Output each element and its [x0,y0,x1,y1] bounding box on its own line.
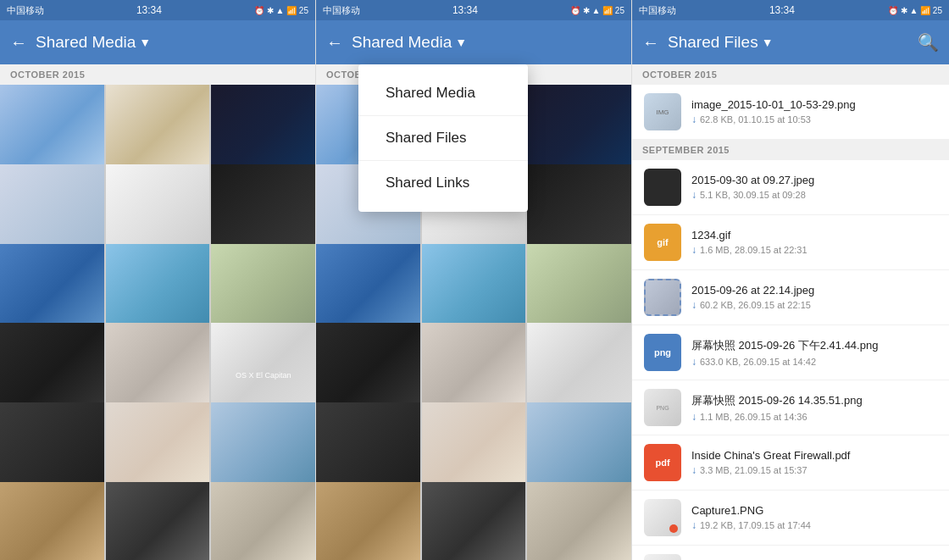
file-info-5: 屏幕快照 2015-09-26 下午2.41.44.png ↓ 633.0 KB… [691,338,937,368]
file-meta-arrow-1: ↓ [691,114,696,125]
right-status-bar: 中国移动 13:34 ⏰ ✱ ▲ 📶 25 [632,0,949,20]
left-panel: 中国移动 13:34 ⏰ ✱ ▲ 📶 25 ← Shared Media ▼ O… [0,0,316,560]
middle-panel: 中国移动 13:34 ⏰ ✱ ▲ 📶 25 ← Shared Media ▼ O… [316,0,632,560]
section-header-september: SEPTEMBER 2015 [632,140,949,160]
file-size-8: 19.2 KB, 17.09.15 at 17:44 [700,520,811,530]
dropdown-item-shared-media[interactable]: Shared Media [358,71,528,116]
file-name-1: image_2015-10-01_10-53-29.png [691,98,937,111]
file-meta-8: ↓ 19.2 KB, 17.09.15 at 17:44 [691,519,937,531]
left-back-button[interactable]: ← [10,33,27,53]
file-info-3: 1234.gif ↓ 1.6 MB, 28.09.15 at 22:31 [691,229,937,256]
file-icon-image-2 [644,169,681,206]
file-info-4: 2015-09-26 at 22.14.jpeg ↓ 60.2 KB, 26.0… [691,284,937,311]
file-icon-pdf: pdf [644,444,681,481]
left-media-grid: OS X El Capitan [0,85,315,560]
middle-status-bar: 中国移动 13:34 ⏰ ✱ ▲ 📶 25 [316,0,631,20]
file-item-1[interactable]: IMG image_2015-10-01_10-53-29.png ↓ 62.8… [632,85,949,140]
file-item-4[interactable]: 2015-09-26 at 22.14.jpeg ↓ 60.2 KB, 26.0… [632,270,949,325]
middle-dropdown-caret[interactable]: ▼ [455,36,467,49]
right-title[interactable]: Shared Files ▼ [668,33,909,52]
left-status-bar: 中国移动 13:34 ⏰ ✱ ▲ 📶 25 [0,0,315,20]
section-header-october: OCTOBER 2015 [632,64,949,85]
right-back-button[interactable]: ← [642,33,659,53]
file-name-3: 1234.gif [691,229,937,241]
middle-title-text: Shared Media [352,33,452,52]
file-size-3: 1.6 MB, 28.09.15 at 22:31 [700,245,807,255]
file-info-8: Capture1.PNG ↓ 19.2 KB, 17.09.15 at 17:4… [691,504,937,531]
file-meta-arrow-8: ↓ [691,519,696,531]
file-meta-6: ↓ 1.1 MB, 26.09.15 at 14:36 [691,411,937,423]
files-list: OCTOBER 2015 IMG image_2015-10-01_10-53-… [632,64,949,560]
left-title[interactable]: Shared Media ▼ [36,33,305,52]
file-icon-image-9 [644,554,681,560]
file-size-2: 5.1 KB, 30.09.15 at 09:28 [700,190,806,200]
mid-thumb-16[interactable] [316,482,420,560]
file-name-8: Capture1.PNG [691,504,937,517]
file-size-1: 62.8 KB, 01.10.15 at 10:53 [700,114,811,125]
file-meta-arrow-7: ↓ [691,464,696,476]
dropdown-item-shared-links[interactable]: Shared Links [358,161,528,205]
middle-status-icons: ⏰ ✱ ▲ 📶 25 [570,6,624,15]
middle-back-button[interactable]: ← [326,33,343,53]
left-dropdown-caret[interactable]: ▼ [139,36,151,49]
file-icon-image-6: PNG [644,389,681,426]
middle-title[interactable]: Shared Media ▼ [352,33,621,52]
file-info-2: 2015-09-30 at 09.27.jpeg ↓ 5.1 KB, 30.09… [691,174,937,201]
middle-time: 13:34 [452,4,478,16]
left-status-icons: ⏰ ✱ ▲ 📶 25 [254,6,308,15]
file-item-2[interactable]: 2015-09-30 at 09.27.jpeg ↓ 5.1 KB, 30.09… [632,160,949,215]
file-meta-arrow-3: ↓ [691,244,696,256]
right-dropdown-caret[interactable]: ▼ [762,36,774,49]
file-icon-png-1: png [644,334,681,371]
left-title-text: Shared Media [36,33,136,52]
file-size-4: 60.2 KB, 26.09.15 at 22:15 [700,300,811,310]
file-meta-1: ↓ 62.8 KB, 01.10.15 at 10:53 [691,114,937,125]
media-thumb-18[interactable] [211,482,315,560]
right-app-bar: ← Shared Files ▼ 🔍 [632,20,949,64]
file-meta-arrow-6: ↓ [691,411,696,423]
file-meta-4: ↓ 60.2 KB, 26.09.15 at 22:15 [691,299,937,311]
file-meta-2: ↓ 5.1 KB, 30.09.15 at 09:28 [691,189,937,201]
middle-app-bar: ← Shared Media ▼ [316,20,631,64]
right-panel: 中国移动 13:34 ⏰ ✱ ▲ 📶 25 ← Shared Files ▼ 🔍… [632,0,949,560]
file-size-7: 3.3 MB, 21.09.15 at 15:37 [700,465,807,475]
file-meta-3: ↓ 1.6 MB, 28.09.15 at 22:31 [691,244,937,256]
right-title-text: Shared Files [668,33,758,52]
shared-media-dropdown: Shared Media Shared Files Shared Links [358,64,528,212]
file-meta-arrow-5: ↓ [691,356,696,368]
file-icon-image-8 [644,499,681,536]
file-icon-image-1: IMG [644,93,681,130]
mid-thumb-18[interactable] [527,482,631,560]
file-name-4: 2015-09-26 at 22.14.jpeg [691,284,937,297]
file-name-7: Inside China's Great Firewall.pdf [691,449,937,462]
file-info-1: image_2015-10-01_10-53-29.png ↓ 62.8 KB,… [691,98,937,125]
file-item-6[interactable]: PNG 屏幕快照 2015-09-26 14.35.51.png ↓ 1.1 M… [632,380,949,435]
media-thumb-16[interactable] [0,482,104,560]
left-carrier: 中国移动 [7,4,44,17]
right-carrier: 中国移动 [639,4,676,17]
file-name-6: 屏幕快照 2015-09-26 14.35.51.png [691,393,937,408]
file-item-9[interactable]: Capture.PNG [632,546,949,560]
file-icon-image-4 [644,279,681,316]
file-icon-gif: gif [644,224,681,261]
left-time: 13:34 [136,4,162,16]
file-item-5[interactable]: png 屏幕快照 2015-09-26 下午2.41.44.png ↓ 633.… [632,325,949,380]
right-time: 13:34 [769,4,795,16]
right-status-icons: ⏰ ✱ ▲ 📶 25 [888,6,942,15]
mid-thumb-17[interactable] [422,482,526,560]
file-meta-arrow-4: ↓ [691,299,696,311]
file-item-7[interactable]: pdf Inside China's Great Firewall.pdf ↓ … [632,435,949,491]
file-name-2: 2015-09-30 at 09.27.jpeg [691,174,937,186]
media-thumb-17[interactable] [106,482,210,560]
left-section-header: OCTOBER 2015 [0,64,315,85]
file-item-3[interactable]: gif 1234.gif ↓ 1.6 MB, 28.09.15 at 22:31 [632,215,949,270]
file-item-8[interactable]: Capture1.PNG ↓ 19.2 KB, 17.09.15 at 17:4… [632,491,949,546]
file-name-5: 屏幕快照 2015-09-26 下午2.41.44.png [691,338,937,353]
file-info-6: 屏幕快照 2015-09-26 14.35.51.png ↓ 1.1 MB, 2… [691,393,937,423]
dropdown-item-shared-files[interactable]: Shared Files [358,116,528,161]
right-search-button[interactable]: 🔍 [918,32,939,53]
file-meta-5: ↓ 633.0 KB, 26.09.15 at 14:42 [691,356,937,368]
file-size-5: 633.0 KB, 26.09.15 at 14:42 [700,357,816,367]
file-size-6: 1.1 MB, 26.09.15 at 14:36 [700,412,807,422]
left-app-bar: ← Shared Media ▼ [0,20,315,64]
